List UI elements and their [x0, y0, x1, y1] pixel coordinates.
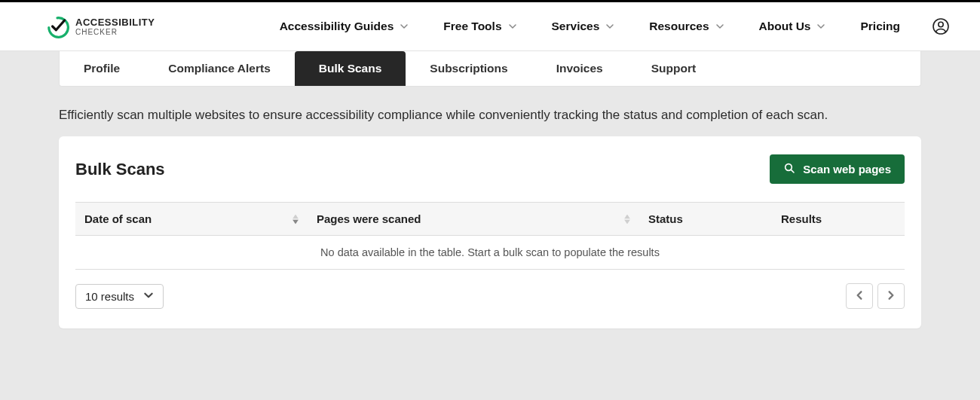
nav-about-us[interactable]: About Us: [759, 20, 826, 33]
col-label: Results: [781, 212, 822, 225]
chevron-down-icon: [508, 22, 517, 31]
col-label: Pages were scaned: [317, 212, 421, 225]
brand-name-line1: ACCESSIBILITY: [75, 17, 155, 27]
nav-services[interactable]: Services: [552, 20, 615, 33]
tab-label: Bulk Scans: [319, 62, 382, 75]
nav-label: About Us: [759, 20, 811, 33]
chevron-down-icon: [715, 22, 724, 31]
prev-page-button[interactable]: [846, 283, 873, 309]
logo-check-icon: [45, 14, 69, 38]
col-status[interactable]: Status: [639, 203, 772, 236]
chevron-left-icon: [854, 290, 865, 303]
tab-label: Invoices: [556, 62, 603, 75]
page-size-label: 10 results: [85, 290, 134, 303]
nav-label: Resources: [649, 20, 709, 33]
empty-message: No data available in the table. Start a …: [75, 236, 905, 270]
search-icon: [783, 162, 795, 176]
tab-invoices[interactable]: Invoices: [532, 51, 627, 86]
svg-point-1: [939, 22, 943, 26]
account-tabs: Profile Compliance Alerts Bulk Scans Sub…: [59, 51, 921, 87]
brand-name-line2: CHECKER: [75, 29, 155, 36]
nav-accessibility-guides[interactable]: Accessibility Guides: [280, 20, 409, 33]
tab-profile[interactable]: Profile: [60, 51, 144, 86]
svg-line-3: [792, 169, 795, 173]
brand-logo[interactable]: ACCESSIBILITY CHECKER: [45, 14, 155, 38]
page-intro: Efficiently scan multiple websites to en…: [59, 108, 921, 123]
tab-label: Support: [651, 62, 696, 75]
card-title: Bulk Scans: [75, 160, 165, 179]
sort-icon: [292, 214, 299, 224]
next-page-button[interactable]: [877, 283, 905, 309]
page-size-select[interactable]: 10 results: [75, 284, 164, 309]
col-label: Status: [648, 212, 683, 225]
nav-label: Free Tools: [443, 20, 501, 33]
nav-label: Pricing: [860, 20, 900, 33]
chevron-down-icon: [605, 22, 614, 31]
tab-bulk-scans[interactable]: Bulk Scans: [295, 51, 406, 86]
col-results[interactable]: Results: [772, 203, 905, 236]
chevron-down-icon: [400, 22, 409, 31]
nav-resources[interactable]: Resources: [649, 20, 724, 33]
chevron-right-icon: [886, 290, 896, 303]
chevron-down-icon: [816, 22, 825, 31]
account-icon[interactable]: [932, 17, 950, 35]
nav-pricing[interactable]: Pricing: [860, 20, 900, 33]
tab-support[interactable]: Support: [627, 51, 720, 86]
primary-nav: Accessibility Guides Free Tools Services…: [280, 20, 900, 33]
nav-label: Accessibility Guides: [280, 20, 394, 33]
tab-compliance-alerts[interactable]: Compliance Alerts: [144, 51, 295, 86]
table-empty-row: No data available in the table. Start a …: [75, 236, 905, 270]
col-pages[interactable]: Pages were scaned: [308, 203, 639, 236]
chevron-down-icon: [143, 290, 154, 303]
col-date[interactable]: Date of scan: [75, 203, 308, 236]
tab-label: Profile: [84, 62, 120, 75]
bulk-scans-table: Date of scan Pages were scaned Status: [75, 202, 905, 270]
tab-subscriptions[interactable]: Subscriptions: [406, 51, 531, 86]
nav-free-tools[interactable]: Free Tools: [443, 20, 516, 33]
scan-button-label: Scan web pages: [803, 163, 891, 176]
nav-label: Services: [552, 20, 600, 33]
tab-label: Subscriptions: [430, 62, 507, 75]
bulk-scans-card: Bulk Scans Scan web pages Date of scan: [59, 136, 921, 328]
sort-icon: [624, 214, 630, 224]
scan-web-pages-button[interactable]: Scan web pages: [770, 154, 905, 184]
col-label: Date of scan: [84, 212, 152, 225]
pagination: [846, 283, 905, 309]
tab-label: Compliance Alerts: [168, 62, 271, 75]
